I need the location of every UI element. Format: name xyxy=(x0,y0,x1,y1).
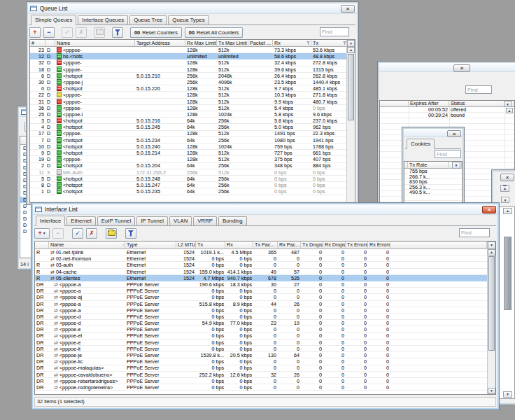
table-row[interactable]: DR⇄<pppoe-ePPPoE Server0 bps0 bps000000 xyxy=(35,326,487,332)
column-header-col[interactable]: # xyxy=(30,40,45,47)
table-row[interactable]: 23D<pppoe-128k512k73.3 kbps53.6 kbps xyxy=(30,47,346,53)
table-row[interactable]: DR⇄<pppoe-osvaldobueno>PPPoE Server252.2… xyxy=(35,372,487,378)
scroll-down-button[interactable]: ▼ xyxy=(488,388,495,394)
table-row[interactable]: 00:39:24bound xyxy=(380,113,514,118)
tab-queue-tree[interactable]: Queue Tree xyxy=(129,15,167,24)
column-header-rx-errors[interactable]: Rx Errors xyxy=(368,241,390,249)
table-row[interactable]: 490.5 k... xyxy=(404,190,462,195)
close-button[interactable]: × xyxy=(500,174,514,181)
scroll-top-button[interactable]: ▲ xyxy=(500,185,509,192)
close-button[interactable]: × xyxy=(447,130,461,137)
table-row[interactable]: 25D<pppoe-l128k1024k5.8 kbps9.6 kbps xyxy=(30,111,346,118)
table-row[interactable]: 12Dhs-<hotsunlimitedunlimited58.6 kbps48… xyxy=(30,53,346,59)
table-row[interactable]: 18D<pppoe-128k512k39.6 kbps1315 bps xyxy=(30,66,346,73)
table-row[interactable]: 755 bps xyxy=(404,169,462,174)
tab-simple-queues[interactable]: Simple Queues xyxy=(31,15,76,25)
table-row[interactable]: DR⇄<pppoe-licPPPoE Server0 bps0 bps00000… xyxy=(35,358,487,365)
reset-all-counters-button[interactable]: 00 Reset All Counters xyxy=(185,27,244,38)
table-row[interactable]: DR⇄<pppoe-malaquias>PPPoE Server0 bps0 b… xyxy=(35,365,487,371)
add-button[interactable]: +▼ xyxy=(34,228,50,239)
table-row[interactable]: 2D<hotspot5.0.15.20464k256k348 bps884 bp… xyxy=(30,162,346,169)
tab-vrrp[interactable]: VRRP xyxy=(193,216,217,225)
table-row[interactable]: R⇄05-clientesEthernet15244.7 Mbps940.7 k… xyxy=(35,275,487,281)
column-header-target-address[interactable]: Target Address xyxy=(135,40,185,47)
column-header-type[interactable]: Type xyxy=(125,241,176,249)
tab-bonding[interactable]: Bonding xyxy=(218,216,247,225)
column-header-col[interactable] xyxy=(380,101,409,107)
column-header-tx-max-limit[interactable]: Tx Max Limit xyxy=(217,40,248,47)
scroll-down-button[interactable]: ▼ xyxy=(503,391,512,398)
filter-button[interactable] xyxy=(112,27,123,38)
table-row[interactable]: 0D<hotspot5.0.15.220128k512k9.7 kbps485.… xyxy=(30,85,346,92)
column-header-rx-drops[interactable]: Rx Drops xyxy=(323,241,346,249)
table-row[interactable]: ⇄02-net-thomsonEthernet15240 bps0 bps000… xyxy=(35,255,487,262)
table-row[interactable]: DR⇄<pppoe-ajPPPoE Server0 bps0 bps000000 xyxy=(35,294,487,300)
column-header-col[interactable] xyxy=(45,40,55,47)
table-row[interactable]: 31D<pppoe-128k512k9.9 kbps480.7 kbps xyxy=(30,99,346,105)
scroll-up-button[interactable]: ▲ xyxy=(506,108,513,113)
tab-cookies[interactable]: Cookies xyxy=(407,139,435,149)
table-row[interactable]: DR⇄<pppoe-itPPPoE Server0 bps0 bps000000 xyxy=(35,346,487,352)
column-header-packet[interactable]: Packet ... xyxy=(248,40,273,47)
column-header-tx-drops[interactable]: Tx Drops xyxy=(301,241,323,249)
table-row[interactable]: DR⇄<pppoe-ePPPoE Server0 bps0 bps000000 xyxy=(35,340,487,346)
tab-interface[interactable]: Interface xyxy=(36,216,65,226)
table-row[interactable]: 36D<pppoe-128k512k5.4 kbps0 bps xyxy=(30,105,346,111)
table-row[interactable]: 00:05:52offered xyxy=(380,107,514,113)
interface-list-titlebar[interactable]: Interface List xyxy=(33,204,498,215)
table-row[interactable]: 22D<pppoe-128k512k10.3 kbps271.8 kbps xyxy=(30,92,346,98)
column-header-name[interactable]: Name xyxy=(55,40,135,47)
scrollbar-thumb[interactable] xyxy=(348,54,354,120)
remove-button[interactable]: − xyxy=(52,228,64,239)
remove-button[interactable]: − xyxy=(43,27,55,38)
tab-vlan[interactable]: VLAN xyxy=(169,216,192,225)
close-button[interactable]: × xyxy=(482,206,496,214)
table-row[interactable]: 8D<hotspot5.0.15.24764k256k0 bps0 bps xyxy=(30,182,346,188)
add-button[interactable]: + xyxy=(29,27,41,38)
table-row[interactable]: 256.3 k... xyxy=(404,185,462,190)
comment-button[interactable] xyxy=(106,228,117,239)
scroll-up-button[interactable]: ▲ xyxy=(503,208,512,214)
table-row[interactable]: 9D<hotspot5.0.15.214128k512k727 bps661 b… xyxy=(30,150,346,156)
reset-counters-button[interactable]: 00 Reset Counters xyxy=(130,27,182,38)
table-row[interactable]: DR⇄<pppoe-aPPPoE Server0 bps0 bps000000 xyxy=(35,288,487,294)
column-header-rx[interactable]: Rx xyxy=(225,241,253,249)
dhcp-titlebar[interactable] xyxy=(379,63,515,72)
enable-button[interactable]: ✓ xyxy=(62,27,73,38)
column-dropdown-button[interactable]: ▼ xyxy=(504,101,512,107)
table-row[interactable]: DR⇄<pppoe-aPPPoE Server0 bps0 bps000000 xyxy=(35,307,487,314)
table-row[interactable]: DR⇄<pppoe-dPPPoE Server54.9 kbps77.0 kbp… xyxy=(35,320,487,326)
table-row[interactable]: 5D<hotspot5.0.15.24864k256k0 bps0 bps xyxy=(30,176,346,182)
close-button[interactable]: × xyxy=(453,64,470,72)
enable-button[interactable]: ✓ xyxy=(72,228,83,239)
table-row[interactable]: 11XMK-Auth172.31.255.2256k512k0 bps0 bps xyxy=(30,169,346,176)
column-dropdown-button[interactable]: ▼ xyxy=(452,162,460,169)
scrollbar-thumb[interactable] xyxy=(504,237,512,310)
table-row[interactable]: DR⇄<pppoe-jePPPoE Server1539.8 k...20.5 … xyxy=(35,352,487,358)
filter-button[interactable] xyxy=(125,228,136,239)
column-header-l2-mtu[interactable]: L2 MTU xyxy=(176,241,196,249)
column-header-tx-rate[interactable]: Tx Rate xyxy=(408,162,449,169)
table-row[interactable]: 30D<pppoe-j256k4096k23.5 kbps1440.4 kbps xyxy=(30,79,346,85)
column-header-rx[interactable]: Rx xyxy=(273,40,311,47)
column-header-expires-after[interactable]: Expires After xyxy=(409,101,449,107)
find-input[interactable] xyxy=(459,228,490,237)
column-header-tx[interactable]: Tx xyxy=(311,40,348,47)
table-row[interactable]: 1D<hotspot5.0.15.23564k256k0 bps0 bps xyxy=(30,188,346,195)
table-row[interactable]: R⇄04-cacheEthernet1524155.0 kbps414.1 kb… xyxy=(35,269,487,275)
find-input[interactable] xyxy=(435,150,461,158)
column-dropdown-button[interactable]: ▼ xyxy=(488,241,495,249)
column-header-rx-max-limit[interactable]: Rx Max Limit xyxy=(185,40,217,47)
comment-button[interactable] xyxy=(94,27,105,38)
column-dropdown-button[interactable]: ▼ xyxy=(501,197,509,203)
table-row[interactable]: DR⇄<pppoe-rodrigoteixeira>PPPoE Server0 … xyxy=(35,384,487,391)
column-header-tx-errors[interactable]: Tx Errors xyxy=(346,241,368,249)
queue-list-titlebar[interactable]: Queue List xyxy=(28,4,357,14)
column-header-tx-pac[interactable]: Tx Pac... xyxy=(253,241,278,249)
table-row[interactable]: 4D<hotspot5.0.15.24564k256k5.0 kbps962 b… xyxy=(30,124,346,130)
table-row[interactable]: 830 bps xyxy=(404,179,462,185)
scroll-up-button[interactable]: ▲ xyxy=(347,47,355,53)
table-row[interactable]: DR⇄<pppoe-robertarodrigues>PPPoE Server0… xyxy=(35,378,487,384)
tab-interface-queues[interactable]: Interface Queues xyxy=(78,15,128,24)
find-input[interactable] xyxy=(320,27,349,36)
